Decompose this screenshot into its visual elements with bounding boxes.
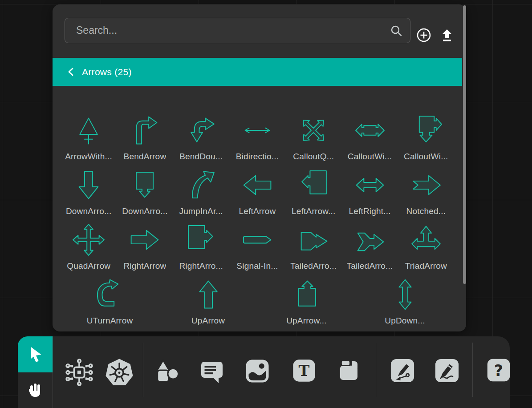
add-shape-button[interactable] [416, 27, 432, 43]
bend-double-arrow-icon [181, 113, 221, 147]
callout-left-right-arrow-icon [350, 113, 390, 147]
shape-item-up-arrow-callout[interactable]: UpArrow... [280, 278, 334, 326]
upload-icon [440, 28, 454, 42]
search-icon [390, 24, 403, 37]
upload-button[interactable] [439, 27, 455, 43]
up-arrow-icon [188, 278, 228, 311]
quad-arrow-icon [69, 223, 109, 257]
comment-tool-button[interactable] [199, 358, 225, 387]
pen-connector-icon [390, 358, 415, 384]
shape-item-down-arrow[interactable]: DownArro... [61, 168, 116, 216]
shape-item-tailed-arrow-block[interactable]: TailedArro... [286, 223, 341, 271]
shape-label: UpArrow... [286, 316, 327, 326]
callout-quad-arrow-icon [293, 113, 333, 147]
shape-grid: ArrowWith... BendArrow BendDou... Bidire… [61, 86, 454, 331]
shape-label: RightArrow [123, 261, 166, 271]
question-mark-icon: ? [486, 358, 511, 383]
shape-label: DownArro... [122, 206, 168, 216]
search-box[interactable] [65, 18, 410, 43]
shape-label: LeftRight... [349, 206, 390, 216]
text-tool-button[interactable]: T [291, 358, 317, 384]
image-icon [244, 358, 271, 384]
shape-label: TailedArro... [347, 261, 393, 271]
shape-label: Signal-In... [236, 261, 278, 271]
right-arrow-callout-icon [181, 223, 221, 257]
jump-in-arrow-icon [181, 168, 221, 202]
shape-item-callout-left-right-arrow[interactable]: CalloutWi... [343, 113, 397, 162]
signal-in-icon [237, 223, 277, 257]
pen-connector-tool-button[interactable] [390, 358, 415, 384]
shape-item-right-arrow-callout[interactable]: RightArro... [174, 223, 228, 271]
pencil-squiggle-icon [434, 358, 460, 384]
shape-item-right-arrow[interactable]: RightArrow [118, 223, 172, 271]
shape-item-callout-quad-arrow[interactable]: CalloutQ... [286, 113, 341, 162]
svg-text:T: T [299, 362, 310, 380]
shape-item-down-arrow-callout[interactable]: DownArro... [118, 168, 172, 216]
comment-icon [199, 358, 225, 387]
shape-label: DownArro... [66, 206, 112, 216]
panel-scrollbar-thumb[interactable] [463, 5, 466, 284]
image-tool-button[interactable] [244, 358, 271, 384]
shape-item-signal-in[interactable]: Signal-In... [230, 223, 284, 271]
shape-item-triad-arrow[interactable]: TriadArrow [399, 223, 453, 271]
triad-arrow-icon [406, 223, 446, 257]
shape-label: TailedArro... [290, 261, 337, 271]
left-right-arrow-icon [350, 168, 390, 202]
shape-label: LeftArrow... [292, 206, 336, 216]
shape-item-callout-down-right-arrow[interactable]: CalloutWi... [399, 113, 453, 162]
shapes-icon [153, 358, 182, 387]
shape-item-bidirectional-arrow[interactable]: Bidirectio... [230, 113, 284, 162]
shapes-tool-button[interactable] [153, 358, 182, 387]
plus-circle-icon [416, 27, 432, 43]
shape-item-left-right-arrow[interactable]: LeftRight... [343, 168, 397, 216]
shape-label: ArrowWith... [65, 152, 112, 162]
shape-label: CalloutWi... [348, 152, 392, 162]
kubernetes-icon [105, 358, 134, 387]
shape-item-up-down-arrow[interactable]: UpDown... [378, 278, 432, 326]
shape-label: Bidirectio... [236, 152, 279, 162]
back-button[interactable] [66, 66, 77, 77]
toolbar-divider [376, 343, 376, 397]
toolbar-divider [143, 343, 143, 397]
help-button[interactable]: ? [486, 358, 511, 383]
select-tool-button[interactable] [18, 336, 53, 372]
shape-item-left-arrow[interactable]: LeftArrow [230, 168, 284, 216]
toolbar-divider [472, 343, 473, 397]
shape-label: UpArrow [191, 316, 225, 326]
shape-item-notched-right-arrow[interactable]: Notched... [399, 168, 453, 216]
arrow-with-cross-icon [69, 113, 109, 147]
shape-label: UpDown... [385, 316, 425, 326]
pan-tool-button[interactable] [18, 372, 53, 408]
shape-label: TriadArrow [405, 261, 447, 271]
tailed-arrow-chevron-icon [350, 223, 390, 257]
down-arrow-icon [69, 168, 109, 202]
bend-arrow-icon [125, 113, 165, 147]
shape-item-jump-in-arrow[interactable]: JumpInAr... [174, 168, 228, 216]
shape-label: JumpInAr... [179, 206, 223, 216]
kubernetes-tool-button[interactable] [105, 358, 134, 387]
left-tool-palette [18, 336, 53, 408]
shape-item-u-turn-arrow[interactable]: UTurnArrow [83, 278, 137, 326]
shape-item-left-arrow-callout[interactable]: LeftArrow... [286, 168, 341, 216]
note-tool-button[interactable] [336, 358, 361, 384]
shape-library-panel: Arrows (25) ArrowWith... BendArrow BendD… [53, 4, 466, 331]
shape-item-bend-double-arrow[interactable]: BendDou... [174, 113, 228, 162]
svg-text:?: ? [494, 362, 503, 380]
shape-item-quad-arrow[interactable]: QuadArrow [61, 223, 116, 271]
shape-item-tailed-arrow-chevron[interactable]: TailedArro... [343, 223, 397, 271]
search-row [53, 4, 466, 58]
search-input[interactable] [65, 24, 390, 36]
shape-label: UTurnArrow [87, 316, 133, 326]
shape-label: BendArrow [124, 152, 167, 162]
text-icon: T [291, 358, 317, 384]
network-tool-button[interactable] [65, 358, 94, 387]
freehand-draw-tool-button[interactable] [434, 358, 460, 384]
cursor-icon [26, 345, 45, 364]
chevron-left-icon [66, 66, 77, 77]
bidirectional-arrow-icon [237, 113, 277, 147]
shape-item-bend-arrow[interactable]: BendArrow [118, 113, 172, 162]
main-toolbar: T [53, 336, 510, 408]
right-arrow-icon [125, 223, 165, 257]
shape-item-up-arrow[interactable]: UpArrow [181, 278, 236, 326]
shape-item-arrow-with-cross[interactable]: ArrowWith... [61, 113, 116, 162]
